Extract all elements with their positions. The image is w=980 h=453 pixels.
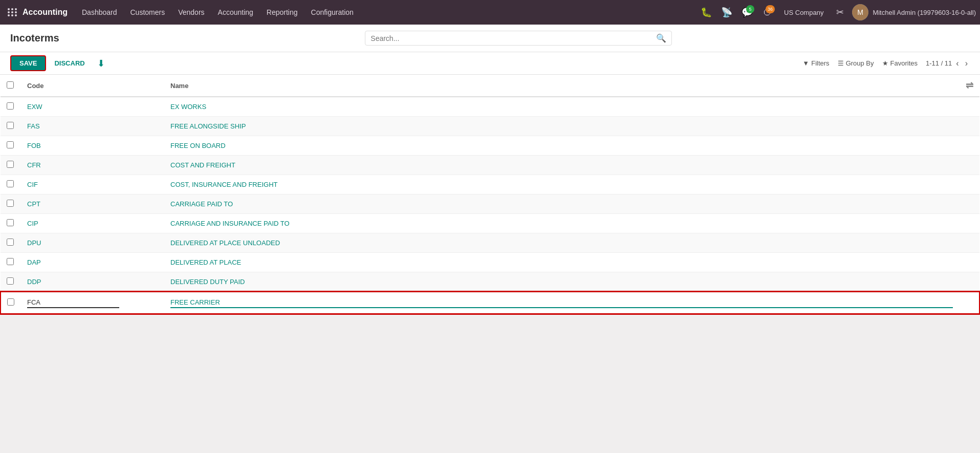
row-checkbox[interactable] (7, 102, 14, 110)
row-code (21, 292, 164, 314)
main-wrap: Incoterms 🔍 SAVE DISCARD ⬇ ▼ Filters ☰ G… (0, 25, 980, 453)
prev-page-button[interactable]: ‹ (954, 58, 961, 69)
code-edit-input[interactable] (27, 297, 119, 308)
nav-accounting[interactable]: Accounting (212, 5, 259, 19)
row-name: FREE ON BOARD (164, 136, 959, 156)
toolbar-right: ▼ Filters ☰ Group By ★ Favorites 1-11 / … (802, 58, 970, 69)
row-code: CPT (21, 195, 164, 214)
row-checkbox-cell (1, 136, 21, 156)
row-name: FREE ALONGSIDE SHIP (164, 117, 959, 136)
settings-icon-btn[interactable]: ✂ (832, 4, 848, 20)
row-checkbox-cell (1, 156, 21, 175)
header-name: Name (164, 75, 959, 97)
row-name: COST AND FREIGHT (164, 156, 959, 175)
columns-settings-icon[interactable]: ⇌ (966, 80, 973, 91)
filters-button[interactable]: ▼ Filters (802, 59, 829, 67)
svg-text:M: M (858, 8, 864, 16)
support-icon-btn[interactable]: 📡 (718, 4, 735, 20)
row-code: CIF (21, 175, 164, 195)
row-settings (959, 292, 979, 314)
content-area: Code Name ⇌ EXWEX WORKSFASFREE ALONGSIDE… (0, 75, 980, 314)
table-row[interactable]: DDPDELIVERED DUTY PAID (1, 272, 979, 292)
table-row[interactable]: DAPDELIVERED AT PLACE (1, 253, 979, 272)
row-settings (959, 272, 979, 292)
table-row[interactable]: FASFREE ALONGSIDE SHIP (1, 117, 979, 136)
timer-icon-btn[interactable]: ⏱ 36 (759, 4, 776, 20)
app-brand: Accounting (23, 8, 68, 17)
topnav-menu: Dashboard Customers Vendors Accounting R… (76, 5, 698, 19)
row-checkbox[interactable] (7, 161, 14, 168)
row-checkbox[interactable] (7, 298, 14, 306)
row-checkbox-cell (1, 97, 21, 117)
table-row[interactable]: FOBFREE ON BOARD (1, 136, 979, 156)
nav-vendors[interactable]: Vendors (172, 5, 210, 19)
chat-badge: 5 (746, 5, 754, 13)
topnav: Accounting Dashboard Customers Vendors A… (0, 0, 980, 25)
table-header: Code Name ⇌ (1, 75, 979, 97)
page-title: Incoterms (10, 32, 59, 44)
nav-reporting[interactable]: Reporting (260, 5, 304, 19)
row-settings (959, 214, 979, 233)
row-checkbox[interactable] (7, 200, 14, 207)
chat-icon-btn[interactable]: 💬 5 (739, 4, 755, 20)
pagination: 1-11 / 11 ‹ › (926, 58, 970, 69)
bug-icon-btn[interactable]: 🐛 (698, 4, 714, 20)
favorites-button[interactable]: ★ Favorites (882, 59, 918, 67)
nav-configuration[interactable]: Configuration (305, 5, 360, 19)
table-row[interactable]: CFRCOST AND FREIGHT (1, 156, 979, 175)
header-settings: ⇌ (959, 75, 979, 97)
discard-button[interactable]: DISCARD (50, 56, 89, 70)
nav-dashboard[interactable]: Dashboard (76, 5, 123, 19)
row-code: EXW (21, 97, 164, 117)
username[interactable]: Mitchell Admin (19979603-16-0-all) (873, 9, 976, 16)
row-checkbox[interactable] (7, 277, 14, 285)
row-code: DPU (21, 233, 164, 253)
search-input[interactable] (371, 34, 654, 42)
search-bar: 🔍 (365, 31, 672, 46)
row-checkbox-cell (1, 195, 21, 214)
avatar[interactable]: M (852, 4, 868, 20)
header-area: Incoterms 🔍 (0, 25, 980, 52)
row-name: COST, INSURANCE AND FREIGHT (164, 175, 959, 195)
row-checkbox[interactable] (7, 141, 14, 148)
filter-icon: ▼ (802, 59, 809, 67)
row-name: DELIVERED AT PLACE UNLOADED (164, 233, 959, 253)
timer-badge: 36 (766, 5, 775, 13)
table-body: EXWEX WORKSFASFREE ALONGSIDE SHIPFOBFREE… (1, 97, 979, 314)
row-checkbox-cell (1, 253, 21, 272)
star-icon: ★ (882, 59, 888, 67)
table-row[interactable] (1, 292, 979, 314)
select-all-checkbox[interactable] (7, 81, 14, 89)
table-row[interactable]: DPUDELIVERED AT PLACE UNLOADED (1, 233, 979, 253)
company-selector[interactable]: US Company (780, 9, 827, 16)
table-row[interactable]: EXWEX WORKS (1, 97, 979, 117)
name-edit-input[interactable] (170, 297, 953, 308)
row-code: DDP (21, 272, 164, 292)
row-checkbox[interactable] (7, 239, 14, 246)
incoterms-table: Code Name ⇌ EXWEX WORKSFASFREE ALONGSIDE… (0, 75, 980, 314)
row-checkbox[interactable] (7, 258, 14, 265)
nav-customers[interactable]: Customers (124, 5, 171, 19)
table-row[interactable]: CPTCARRIAGE PAID TO (1, 195, 979, 214)
row-settings (959, 233, 979, 253)
download-button[interactable]: ⬇ (93, 56, 109, 71)
row-checkbox-cell (1, 175, 21, 195)
groupby-button[interactable]: ☰ Group By (838, 59, 874, 67)
row-checkbox[interactable] (7, 122, 14, 129)
save-button[interactable]: SAVE (10, 55, 46, 71)
search-container: 🔍 (68, 31, 970, 46)
table-row[interactable]: CIPCARRIAGE AND INSURANCE PAID TO (1, 214, 979, 233)
row-checkbox[interactable] (7, 180, 14, 187)
row-checkbox-cell (1, 117, 21, 136)
grid-menu-icon[interactable] (4, 4, 20, 20)
row-code: CFR (21, 156, 164, 175)
table-row[interactable]: CIFCOST, INSURANCE AND FREIGHT (1, 175, 979, 195)
search-icon[interactable]: 🔍 (656, 33, 666, 43)
row-checkbox-cell (1, 233, 21, 253)
next-page-button[interactable]: › (963, 58, 970, 69)
row-settings (959, 117, 979, 136)
row-settings (959, 136, 979, 156)
row-checkbox[interactable] (7, 219, 14, 226)
row-settings (959, 175, 979, 195)
header-code: Code (21, 75, 164, 97)
